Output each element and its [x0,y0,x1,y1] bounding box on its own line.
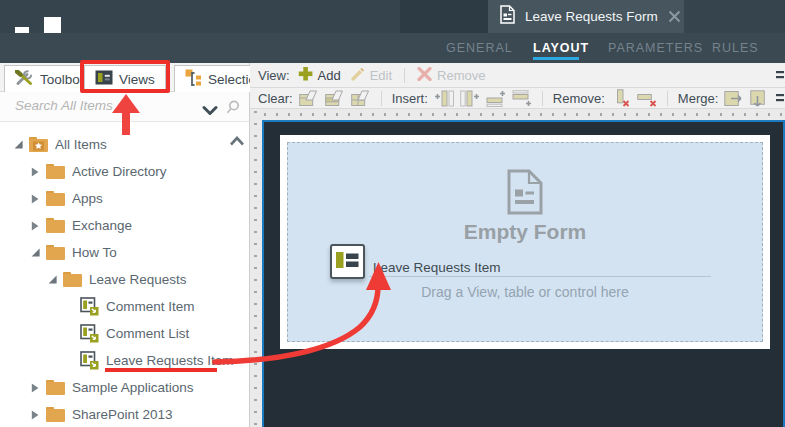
form-canvas: Empty Form Leave Requests Item Drag a Vi… [262,120,785,427]
tree: All ItemsActive DirectoryAppsExchangeHow… [0,122,249,427]
tree-item-label: Leave Requests Item [106,353,234,368]
expander-collapsed-icon[interactable] [31,383,46,393]
annotation-underline [105,368,217,372]
folder-icon [46,164,65,179]
form-designer-window: Leave Requests Form GENERAL LAYOUT PARAM… [0,0,785,427]
chevron-down-icon[interactable] [202,102,218,120]
tree-item-comment-item[interactable]: Comment Item [0,293,249,320]
dropped-item-underline [369,276,711,277]
toolbar-overflow-icon[interactable] [776,93,784,103]
expander-collapsed-icon[interactable] [31,410,46,420]
tab-parameters[interactable]: PARAMETERS [608,41,703,55]
expander-expanded-icon[interactable] [31,248,46,257]
toolbar-group-label: Merge: [678,91,718,106]
dropped-view-item-icon[interactable] [330,244,365,279]
annotation-highlight-views [80,60,170,93]
toolbar-group-insert-: Insert: [392,90,532,107]
canvas-ruler-vertical [250,109,262,427]
scroll-up-icon[interactable] [229,133,245,151]
toolbar-group-remove-: Remove: [553,89,657,107]
merge-cell-right-icon[interactable] [724,90,744,107]
clear-table-icon[interactable] [351,90,371,107]
insert-row-above-icon[interactable] [486,90,506,107]
view-toolbar-label: View: [258,68,290,83]
add-view-button[interactable]: Add [298,66,341,84]
tree-item-label: SharePoint 2013 [72,407,173,422]
insert-row-below-icon[interactable] [512,90,532,107]
search-bar [0,92,249,122]
folder-icon [46,380,65,395]
toolbar-divider [381,91,382,106]
toolbar-group-label: Clear: [258,91,293,106]
tree-item-apps[interactable]: Apps [0,185,249,212]
tree-item-all-items[interactable]: All Items [0,131,249,158]
document-tab-leave-requests-form[interactable]: Leave Requests Form [488,0,684,33]
remove-x-icon [417,67,432,84]
tree-item-label: Sample Applications [72,380,194,395]
tab-layout[interactable]: LAYOUT [533,41,589,55]
view-item-icon [80,324,99,343]
remove-column-icon[interactable] [611,89,631,107]
active-tab-underline [533,57,579,60]
remove-view-label: Remove [437,68,485,83]
toolbar-group-label: Insert: [392,91,428,106]
form-dropzone[interactable]: Empty Form Leave Requests Item Drag a Vi… [287,142,763,342]
folder-icon [46,218,65,233]
toolbar-overflow-icon[interactable] [776,70,784,80]
tree-item-active-directory[interactable]: Active Directory [0,158,249,185]
tree-item-label: All Items [55,137,107,152]
toolbox-icon [15,70,34,89]
canvas-ruler-horizontal [250,109,785,120]
view-item-icon [80,297,99,316]
dropped-view-item-label: Leave Requests Item [373,260,501,275]
toolbar-group-merge-: Merge: [678,90,770,107]
folder-icon [46,191,65,206]
expander-collapsed-icon[interactable] [31,167,46,177]
tree-item-label: Comment List [106,326,189,341]
search-icon[interactable] [226,100,240,119]
tree-item-label: How To [72,245,117,260]
edit-view-button[interactable]: Edit [349,66,392,84]
remove-view-button[interactable]: Remove [417,67,485,84]
tree-item-label: Exchange [72,218,132,233]
app-header: Leave Requests Form GENERAL LAYOUT PARAM… [0,0,785,63]
remove-row-icon[interactable] [637,89,657,107]
toolbar-group-clear-: Clear: [258,90,371,107]
drag-hint: Drag a View, table or control here [288,284,762,300]
expander-collapsed-icon[interactable] [31,221,46,231]
empty-form-icon [507,169,543,219]
form-surface[interactable]: Empty Form Leave Requests Item Drag a Vi… [280,135,770,349]
merge-cell-down-icon[interactable] [750,90,770,107]
tree-item-label: Comment Item [106,299,195,314]
empty-form-title: Empty Form [288,220,762,244]
insert-column-right-icon[interactable] [460,90,480,107]
insert-column-left-icon[interactable] [434,90,454,107]
tree-item-comment-list[interactable]: Comment List [0,320,249,347]
expander-expanded-icon[interactable] [48,275,63,284]
expander-collapsed-icon[interactable] [31,194,46,204]
tab-general[interactable]: GENERAL [446,41,513,55]
clear-contents-icon[interactable] [299,90,319,107]
table-toolbar: Clear:Insert:Remove:Merge: [250,88,785,109]
view-item-icon [80,351,99,370]
tree-item-label: Apps [72,191,103,206]
tree-item-leave-requests[interactable]: Leave Requests [0,266,249,293]
toolbar-divider [667,91,668,106]
clear-row-icon[interactable] [325,90,345,107]
tree-item-sample-applications[interactable]: Sample Applications [0,374,249,401]
toolbar-divider [542,91,543,106]
tree-item-exchange[interactable]: Exchange [0,212,249,239]
toolbar-divider [404,68,405,83]
add-plus-icon [298,66,313,84]
view-toolbar: View: Add Edit Remove [250,63,785,88]
view-item-large-icon [334,247,361,277]
tree-item-sharepoint-2013[interactable]: SharePoint 2013 [0,401,249,427]
tree-item-label: Leave Requests [89,272,187,287]
folder-star-icon [29,137,48,152]
tree-item-how-to[interactable]: How To [0,239,249,266]
tree-item-label: Active Directory [72,164,167,179]
tab-rules[interactable]: RULES [712,41,759,55]
expander-expanded-icon[interactable] [14,140,29,149]
search-input[interactable] [13,97,173,114]
close-icon[interactable] [668,10,681,23]
